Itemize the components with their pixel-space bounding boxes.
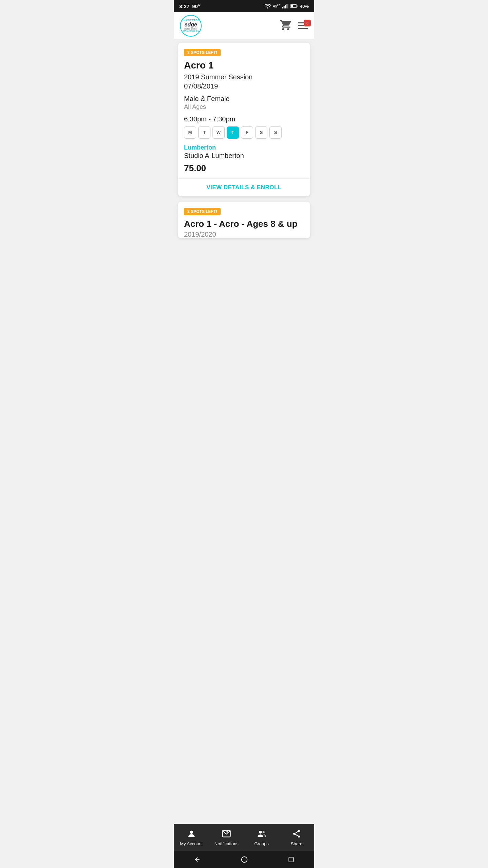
- status-bar: 3:27 90° 4GLE 40%: [174, 0, 314, 12]
- battery-percent: 40%: [300, 4, 309, 9]
- card-body-2: 3 SPOTS LEFT! Acro 1 - Acro - Ages 8 & u…: [178, 202, 310, 238]
- bottom-nav: My Account Notifications Groups: [174, 824, 314, 851]
- svg-rect-4: [286, 4, 287, 8]
- android-nav: [174, 851, 314, 868]
- day-tue: T: [198, 126, 210, 139]
- svg-rect-7: [297, 5, 297, 7]
- svg-point-11: [259, 831, 262, 833]
- cart-button[interactable]: [280, 19, 292, 33]
- days-row-1: M T W T F S S: [184, 126, 304, 139]
- home-button[interactable]: [241, 856, 248, 863]
- notifications-label: Notifications: [215, 841, 239, 846]
- svg-rect-2: [284, 6, 285, 8]
- class-name-1: Acro 1: [184, 60, 304, 71]
- spots-badge-2: 3 SPOTS LEFT!: [184, 208, 221, 215]
- class-name-2: Acro 1 - Acro - Ages 8 & up: [184, 219, 304, 229]
- status-right: 4GLE 40%: [265, 4, 309, 9]
- nav-share[interactable]: Share: [279, 824, 314, 851]
- header-icons: 3: [280, 19, 308, 33]
- network-badge: 4GLE: [273, 4, 280, 8]
- header: LUMBERTON edge dance Center CINNAMINSON …: [174, 12, 314, 39]
- day-thu: T: [227, 126, 239, 139]
- svg-point-12: [263, 831, 265, 833]
- class-card-2: 3 SPOTS LEFT! Acro 1 - Acro - Ages 8 & u…: [178, 202, 310, 238]
- my-account-label: My Account: [180, 841, 203, 846]
- status-left: 3:27 90°: [179, 3, 200, 9]
- groups-icon: [257, 829, 266, 840]
- svg-rect-1: [282, 7, 283, 8]
- logo: LUMBERTON edge dance Center CINNAMINSON: [180, 15, 202, 37]
- notification-badge: 3: [304, 20, 311, 26]
- svg-line-16: [295, 831, 298, 833]
- back-button[interactable]: [194, 856, 201, 863]
- notifications-icon: [222, 829, 231, 840]
- spots-badge-1: 3 SPOTS LEFT!: [184, 49, 221, 56]
- svg-point-15: [298, 835, 300, 837]
- session-name-1: 2019 Summer Session: [184, 73, 304, 81]
- price-1: 75.00: [184, 163, 304, 174]
- svg-point-14: [293, 833, 295, 835]
- svg-point-13: [298, 830, 300, 832]
- time-range-1: 6:30pm - 7:30pm: [184, 115, 304, 123]
- enroll-button-1[interactable]: VIEW DETAILS & ENROLL: [178, 178, 310, 196]
- studio-1: Studio A-Lumberton: [184, 152, 304, 160]
- date-1: 07/08/2019: [184, 82, 304, 90]
- signal-icon: [282, 4, 288, 8]
- day-mon: M: [184, 126, 196, 139]
- svg-point-18: [242, 857, 247, 863]
- menu-button[interactable]: 3: [298, 22, 308, 29]
- groups-label: Groups: [254, 841, 269, 846]
- recent-button[interactable]: [288, 856, 294, 863]
- class-card-1: 3 SPOTS LEFT! Acro 1 2019 Summer Session…: [178, 43, 310, 196]
- nav-notifications[interactable]: Notifications: [209, 824, 244, 851]
- time: 3:27: [179, 3, 189, 9]
- svg-rect-8: [291, 5, 293, 7]
- day-sun: S: [269, 126, 282, 139]
- svg-point-9: [190, 830, 193, 833]
- share-icon: [292, 829, 301, 840]
- wifi-icon: [265, 4, 271, 8]
- card-body-1: 3 SPOTS LEFT! Acro 1 2019 Summer Session…: [178, 43, 310, 178]
- age-range-1: All Ages: [184, 103, 304, 111]
- svg-rect-5: [287, 4, 288, 8]
- main-content: 3 SPOTS LEFT! Acro 1 2019 Summer Session…: [174, 39, 314, 298]
- nav-my-account[interactable]: My Account: [174, 824, 209, 851]
- location-1: Lumberton: [184, 144, 304, 151]
- day-sat: S: [255, 126, 267, 139]
- share-label: Share: [291, 841, 303, 846]
- svg-rect-19: [289, 857, 293, 862]
- svg-point-0: [267, 7, 269, 8]
- battery-icon: [290, 4, 298, 8]
- cart-icon: [280, 19, 292, 31]
- svg-rect-3: [285, 5, 286, 8]
- my-account-icon: [187, 829, 196, 840]
- day-wed: W: [212, 126, 225, 139]
- svg-line-17: [295, 834, 298, 836]
- day-fri: F: [241, 126, 253, 139]
- date-2: 2019/2020: [184, 231, 304, 238]
- gender-1: Male & Female: [184, 95, 304, 103]
- nav-groups[interactable]: Groups: [244, 824, 279, 851]
- temperature: 90°: [192, 3, 200, 9]
